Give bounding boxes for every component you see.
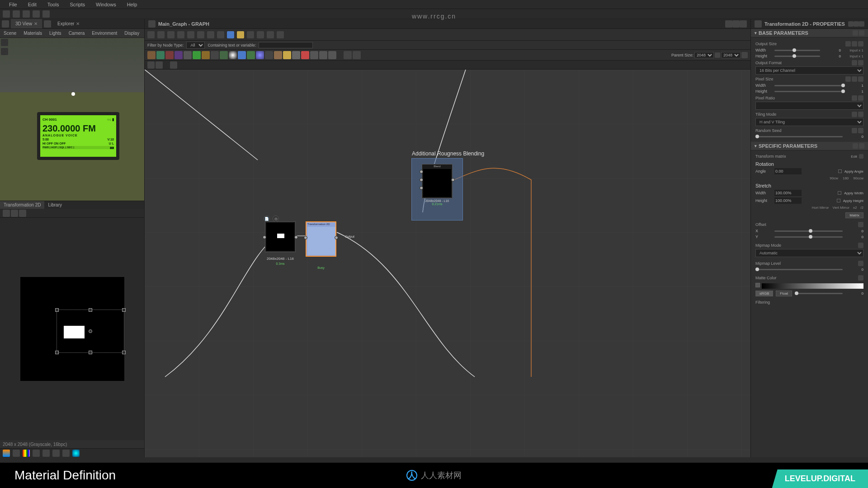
close-icon[interactable]: [859, 21, 864, 27]
tab-library[interactable]: Library: [44, 201, 66, 209]
port-out[interactable]: [335, 236, 338, 239]
pin-icon[interactable]: [848, 21, 854, 27]
port-out[interactable]: [451, 178, 455, 182]
cut-icon[interactable]: [197, 31, 204, 38]
node-out[interactable]: [310, 51, 318, 59]
select-pixel-ratio[interactable]: [755, 102, 863, 110]
checkbox-matte[interactable]: [755, 283, 760, 287]
slider-seed[interactable]: [755, 136, 843, 137]
node-out2[interactable]: [319, 51, 327, 59]
wrench-icon[interactable]: [267, 31, 274, 38]
snapshot-icon[interactable]: [167, 31, 175, 38]
reset-icon[interactable]: [852, 112, 857, 117]
bolt-icon[interactable]: [257, 31, 264, 38]
filter-type-select[interactable]: All: [186, 42, 205, 49]
reset-icon[interactable]: [852, 76, 857, 82]
copy-icon[interactable]: [19, 210, 26, 217]
node-source[interactable]: 📄 ◎ 2048x2048 - L16 0.3ms: [265, 221, 296, 252]
subtab-materials[interactable]: Materials: [20, 29, 46, 38]
btn-div2[interactable]: /2: [860, 206, 863, 210]
view-icon[interactable]: [2, 20, 9, 28]
viewport-2d[interactable]: [0, 218, 144, 440]
saveall-icon[interactable]: [33, 10, 40, 18]
reset-icon[interactable]: [859, 143, 864, 149]
port-in[interactable]: [304, 236, 307, 239]
select-mipmap[interactable]: Automatic: [755, 249, 863, 257]
light-icon[interactable]: [1, 48, 8, 55]
matrix-button[interactable]: Matrix: [845, 212, 863, 218]
node-warp[interactable]: [247, 51, 255, 59]
subtab-display[interactable]: Display: [121, 29, 143, 38]
target-icon[interactable]: [277, 31, 284, 38]
port-out[interactable]: [294, 235, 298, 239]
node-out3[interactable]: [328, 51, 336, 59]
node-shape[interactable]: [229, 51, 237, 59]
node-n1[interactable]: [265, 51, 273, 59]
slider-ph[interactable]: [774, 91, 843, 92]
node-blend[interactable]: [202, 51, 210, 59]
expose-icon[interactable]: [859, 30, 864, 36]
btn-90cw[interactable]: 90cw: [830, 176, 838, 180]
slider-matte[interactable]: [795, 293, 843, 294]
move-icon[interactable]: [157, 31, 165, 38]
menu-edit[interactable]: Edit: [23, 2, 42, 7]
viewport-3d[interactable]: CH 0001○↓ ▮ 230.0000 FM ANALOGUE VOICE 5…: [0, 38, 144, 201]
transform-handles[interactable]: [57, 310, 124, 353]
expose-icon[interactable]: [858, 128, 863, 133]
select-output-format[interactable]: 16 Bits per Channel: [755, 66, 863, 75]
node-fx[interactable]: [175, 51, 183, 59]
expose-icon[interactable]: [858, 112, 863, 117]
port-in[interactable]: [263, 235, 266, 239]
node-transform[interactable]: [238, 51, 246, 59]
parent-size-a[interactable]: 2048: [694, 52, 714, 58]
port-in3[interactable]: [420, 186, 423, 190]
graph-canvas[interactable]: 📄 ◎ 2048x2048 - L16 0.3ms Transformation…: [145, 70, 750, 457]
menu-help[interactable]: Help: [122, 2, 143, 7]
subtab-scene[interactable]: Scene: [0, 29, 20, 38]
select-tiling[interactable]: H and V Tiling: [755, 118, 863, 126]
reset-icon[interactable]: [852, 41, 857, 47]
node-frame[interactable]: [292, 51, 300, 59]
expose-icon[interactable]: [858, 261, 863, 266]
frame-roughness[interactable]: Additional Rougness Blending Blend 2048x…: [411, 158, 463, 221]
save-icon[interactable]: [23, 10, 30, 18]
tab-transform2d[interactable]: Transformation 2D: [0, 201, 44, 209]
slider-pw[interactable]: [774, 85, 843, 86]
zoom-icon[interactable]: [187, 31, 194, 38]
pin-a-icon[interactable]: 📄: [264, 216, 270, 222]
node-n3[interactable]: [283, 51, 291, 59]
btn-vmirror[interactable]: Vert Mirror: [833, 206, 849, 210]
expose-icon[interactable]: [858, 95, 863, 101]
close-panel-icon[interactable]: [740, 20, 747, 28]
edit-link[interactable]: Edit: [851, 155, 857, 159]
align-icon[interactable]: [147, 61, 155, 69]
slider-height[interactable]: [774, 56, 820, 57]
filter-text-input[interactable]: [259, 42, 313, 48]
tab-explorer[interactable]: Explorer ✕: [53, 19, 84, 28]
node-transform2d[interactable]: Transformation 2D Output Busy: [306, 221, 336, 257]
python-icon[interactable]: [227, 31, 234, 38]
btn-hmirror[interactable]: Hori Mirror: [812, 206, 829, 210]
port-in2[interactable]: [420, 178, 423, 182]
srgb-button[interactable]: sRGB: [755, 291, 773, 296]
group-icon[interactable]: [217, 31, 224, 38]
subtab-camera[interactable]: Camera: [65, 29, 89, 38]
link-icon[interactable]: [845, 76, 851, 82]
subtab-environment[interactable]: Environment: [88, 29, 121, 38]
matte-swatch[interactable]: [762, 283, 863, 289]
close-icon[interactable]: ✕: [76, 21, 80, 26]
checkbox-apply-height[interactable]: [837, 199, 840, 202]
node-grid[interactable]: [211, 51, 219, 59]
menu-windows[interactable]: Windows: [90, 2, 122, 7]
sphere-icon[interactable]: [72, 450, 80, 457]
home-icon[interactable]: [3, 10, 10, 18]
parent-size-b[interactable]: 2048: [721, 52, 741, 58]
expose-icon[interactable]: [858, 41, 863, 47]
slider-mipmap[interactable]: [755, 269, 843, 270]
new-icon[interactable]: [3, 210, 10, 217]
node-n2[interactable]: [274, 51, 282, 59]
checkbox-apply-width[interactable]: [838, 191, 841, 195]
node-bitmap[interactable]: [147, 51, 156, 59]
frame-icon[interactable]: [353, 51, 361, 59]
expose-icon[interactable]: [858, 275, 863, 281]
